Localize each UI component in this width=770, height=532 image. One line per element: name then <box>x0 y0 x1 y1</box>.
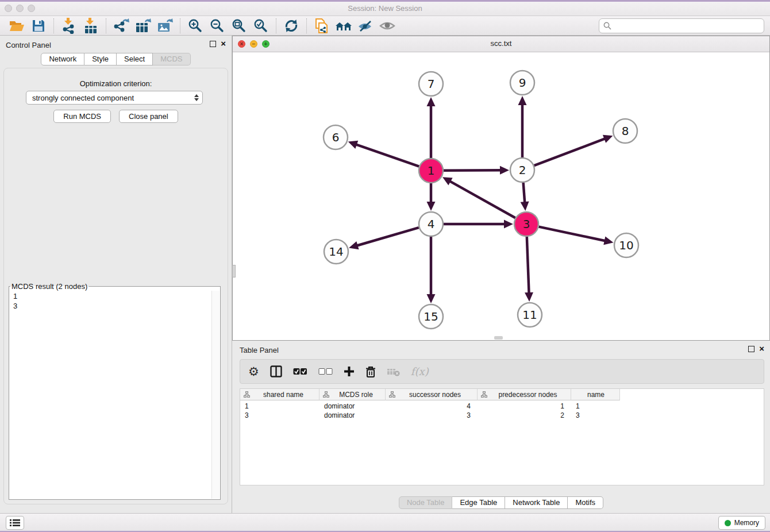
sitemap-icon <box>244 391 250 398</box>
criterion-dropdown[interactable]: strongly connected component <box>26 91 203 105</box>
graph-node-label-10: 10 <box>619 238 633 252</box>
graph-edge-arrowhead <box>521 202 529 211</box>
graph-edge-arrowhead <box>504 220 513 229</box>
tab-network[interactable]: Network <box>41 53 84 65</box>
table-cell: 1 <box>478 402 571 411</box>
window-zoom-button[interactable] <box>28 5 35 12</box>
graph-node-label-6: 6 <box>332 130 340 144</box>
create-column-icon[interactable] <box>344 366 355 377</box>
table-panel-title: Table Panel <box>240 346 279 354</box>
hide-selected-icon[interactable] <box>355 17 376 34</box>
close-panel-icon[interactable]: × <box>221 40 226 47</box>
export-network-icon[interactable] <box>110 17 132 34</box>
float-panel-icon[interactable] <box>210 41 216 47</box>
export-image-icon[interactable] <box>154 17 176 34</box>
close-table-panel-icon[interactable]: × <box>759 345 764 352</box>
network-zoom-button[interactable]: + <box>262 40 270 48</box>
tab-network-table[interactable]: Network Table <box>505 496 568 509</box>
table-cell: 1 <box>240 402 319 411</box>
open-session-icon[interactable] <box>6 17 28 34</box>
table-cell: dominator <box>319 411 386 420</box>
zoom-selected-icon[interactable] <box>250 17 272 34</box>
graph-edge-2-8[interactable] <box>534 138 607 165</box>
sitemap-icon <box>323 391 329 398</box>
node-table-body: 1dominator4113dominator323 <box>240 400 764 420</box>
search-field[interactable] <box>599 18 764 33</box>
graph-edge-arrowhead <box>518 96 527 105</box>
table-mode-gear-icon[interactable]: ⚙ <box>248 366 259 377</box>
memory-status-icon <box>725 520 731 526</box>
sitemap-icon <box>389 391 395 398</box>
export-table-icon[interactable] <box>132 17 154 34</box>
graph-node-label-1: 1 <box>428 164 435 178</box>
table-panel: Table Panel × ⚙ <box>232 341 770 513</box>
memory-button[interactable]: Memory <box>718 516 765 530</box>
tab-motifs[interactable]: Motifs <box>568 496 603 509</box>
main-toolbar <box>0 16 770 36</box>
panel-splitter-handle[interactable] <box>232 265 236 277</box>
network-window-titlebar[interactable]: × − + scc.txt <box>233 36 769 52</box>
toolbar-separator <box>180 18 180 33</box>
graph-edge-arrowhead <box>427 294 436 303</box>
graph-edge-1-2[interactable] <box>444 170 502 171</box>
table-row[interactable]: 1dominator411 <box>240 402 764 411</box>
tab-edge-table[interactable]: Edge Table <box>452 496 505 509</box>
float-table-panel-icon[interactable] <box>748 346 754 352</box>
deselect-all-icon[interactable] <box>318 368 333 375</box>
zoom-out-icon[interactable] <box>206 17 228 34</box>
graph-edge-arrowhead <box>603 237 613 245</box>
graph-edge-2-3[interactable] <box>523 183 525 204</box>
column-header-predecessor-nodes[interactable]: predecessor nodes <box>478 389 571 400</box>
duplicate-network-icon[interactable] <box>311 17 333 34</box>
control-tabs: NetworkStyleSelectMCDS <box>0 53 232 65</box>
select-all-icon[interactable] <box>293 368 307 375</box>
mcds-result-group: MCDS result (2 nodes) 13 <box>9 282 221 500</box>
zoom-fit-icon[interactable] <box>228 17 250 34</box>
task-history-button[interactable] <box>6 516 24 530</box>
graph-edge-4-14[interactable] <box>356 228 419 246</box>
result-scrollbar[interactable] <box>211 291 220 499</box>
import-network-icon[interactable] <box>58 17 80 34</box>
search-input[interactable] <box>614 21 760 30</box>
network-minimize-button[interactable]: − <box>250 40 257 48</box>
first-neighbors-icon[interactable] <box>333 17 355 34</box>
network-view-window: × − + scc.txt 1234678910111415 <box>232 36 770 341</box>
graph-node-label-8: 8 <box>622 124 629 138</box>
show-columns-icon[interactable] <box>270 365 282 377</box>
mcds-panel: Optimization criterion: strongly connect… <box>3 68 228 504</box>
delete-columns-icon[interactable] <box>365 366 376 377</box>
graph-edge-3-1[interactable] <box>449 180 515 218</box>
graph-edge-3-11[interactable] <box>527 237 529 295</box>
canvas-resize-handle[interactable] <box>494 336 503 340</box>
tab-mcds[interactable]: MCDS <box>153 53 190 65</box>
close-panel-button[interactable]: Close panel <box>119 110 178 123</box>
dropdown-stepper-icon <box>194 94 199 101</box>
list-icon <box>10 519 20 527</box>
graph-edge-3-10[interactable] <box>539 227 607 241</box>
search-icon <box>603 22 611 30</box>
column-header-shared-name[interactable]: shared name <box>240 389 319 400</box>
network-canvas[interactable]: 1234678910111415 <box>233 52 769 340</box>
show-all-icon[interactable] <box>376 17 398 34</box>
run-mcds-button[interactable]: Run MCDS <box>53 110 111 123</box>
mcds-result-title: MCDS result (2 nodes) <box>10 282 88 291</box>
toolbar-separator <box>276 18 276 33</box>
graph-edge-1-6[interactable] <box>355 144 419 167</box>
column-header-name[interactable]: name <box>571 389 620 400</box>
network-close-button[interactable]: × <box>238 40 245 48</box>
window-minimize-button[interactable] <box>16 5 24 12</box>
zoom-in-icon[interactable] <box>184 17 206 34</box>
tab-style[interactable]: Style <box>84 53 117 65</box>
application-window: Session: New Session <box>0 0 770 532</box>
column-header-successor-nodes[interactable]: successor nodes <box>386 389 478 400</box>
column-header-mcds-role[interactable]: MCDS role <box>319 389 386 400</box>
apply-layout-icon[interactable] <box>280 17 302 34</box>
tab-select[interactable]: Select <box>117 53 153 65</box>
window-close-button[interactable] <box>5 5 12 12</box>
table-row[interactable]: 3dominator323 <box>240 411 764 420</box>
save-session-icon[interactable] <box>28 17 49 34</box>
tab-node-table[interactable]: Node Table <box>399 496 453 509</box>
node-table-header: shared nameMCDS rolesuccessor nodesprede… <box>240 389 764 400</box>
delete-table-icon <box>387 367 400 376</box>
import-table-icon[interactable] <box>80 17 102 34</box>
